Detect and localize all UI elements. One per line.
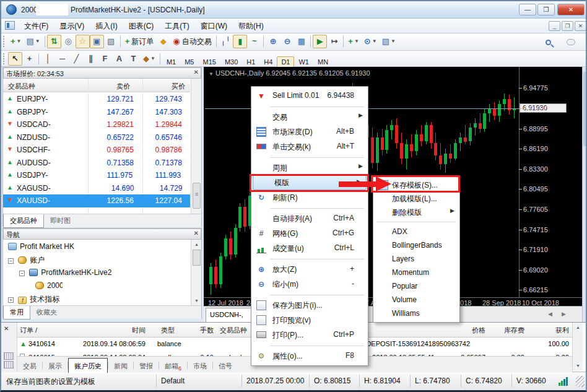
market-watch-row-gbpjpy[interactable]: ▲GBPJPY-147.267147.303 (3, 106, 190, 119)
autotrading-button[interactable]: ◉自动交易 (170, 35, 214, 48)
column-bid[interactable]: 卖价 (116, 82, 130, 91)
orders-column-7[interactable]: 获利 (555, 326, 569, 335)
navigator-scrollbar[interactable]: ▲ ▼ (191, 240, 201, 305)
indicators-button[interactable]: +▼ (346, 35, 362, 48)
strategy-tester-button[interactable]: ▧ (104, 35, 118, 48)
timeframe-w1[interactable]: W1 (294, 56, 313, 68)
cursor-button[interactable]: ↖ (8, 52, 22, 66)
terminal-tab-1[interactable]: 展示 (43, 360, 67, 373)
context-menu-item-3[interactable]: 市场深度(D)Alt+B (251, 124, 368, 139)
menu-item-6[interactable]: 帮助(H) (233, 19, 269, 34)
timeframe-d1[interactable]: D1 (277, 56, 294, 68)
data-window-button[interactable]: ◎ (61, 35, 76, 48)
market-watch-row-nzdusd[interactable]: ▲NZDUSD-0.657220.65746 (3, 131, 190, 144)
close-button[interactable]: ✕ (557, 4, 585, 15)
timeframe-h1[interactable]: H1 (242, 56, 259, 68)
tree-item-indicators[interactable]: + f技术指标 (8, 294, 59, 307)
zoom-in-button[interactable]: ⊕ (266, 35, 280, 48)
context-menu-item-18[interactable]: 打印预览(v) (251, 313, 368, 328)
menu-item-3[interactable]: 图表(C) (123, 19, 160, 34)
orders-column-0[interactable]: 订单 / (20, 326, 37, 335)
templates-button[interactable]: ▧▼ (380, 35, 398, 48)
zoom-out-button[interactable]: ⊖ (280, 35, 294, 48)
timeframe-mn[interactable]: MN (313, 56, 333, 68)
chevron-down-icon[interactable]: ▼ (17, 38, 22, 44)
timeframe-h4[interactable]: H4 (259, 56, 277, 68)
profiles-button[interactable]: ▤▼ (24, 35, 43, 48)
metaeditor-button[interactable]: ◆ (156, 35, 170, 48)
scroll-left-icon[interactable]: ◀ (548, 311, 552, 317)
template-submenu-item-9[interactable]: Volume (373, 293, 459, 307)
market-watch-tab-1[interactable]: 即时图 (44, 214, 77, 227)
orders-column-3[interactable]: 手数 (200, 326, 214, 335)
text-button[interactable]: A (112, 52, 126, 66)
scroll-down-icon[interactable]: ▼ (574, 362, 582, 370)
channel-button[interactable]: ∥ (84, 52, 98, 66)
terminal-tab-3[interactable]: 新闻 (108, 360, 133, 373)
orders-column-5[interactable]: 价格 (472, 326, 485, 335)
template-submenu-item-6[interactable]: Layers (373, 252, 459, 266)
orders-column-4[interactable]: 交易品种 (220, 326, 247, 335)
new-order-button[interactable]: +新订单 (123, 35, 157, 48)
market-watch-header[interactable]: 市场报价: 02:34:53 ✕ (3, 68, 201, 79)
market-watch-scrollbar[interactable] (191, 79, 201, 219)
new-chart-button[interactable]: +▼ (8, 35, 24, 48)
scroll-up-icon[interactable]: ▲ (574, 323, 582, 331)
market-watch-row-eurjpy[interactable]: ▲EURJPY-129.721129.743 (3, 93, 190, 106)
context-menu-item-4[interactable]: 单击交易(k)Alt+T (251, 139, 368, 154)
template-submenu-item-10[interactable]: Williams (373, 307, 459, 320)
community-button[interactable] (563, 36, 578, 50)
context-menu-item-12[interactable]: 成交量(u)Ctrl+L (251, 241, 368, 256)
chart-shift-button[interactable]: ↦ (327, 35, 341, 48)
context-menu-item-10[interactable]: 自动排列(A)Ctrl+A (251, 211, 368, 226)
context-menu-item-11[interactable]: #网格(G)Ctrl+G (251, 226, 368, 241)
collapse-icon[interactable]: − (8, 258, 14, 264)
periods-button[interactable]: ⊙▼ (362, 35, 380, 48)
horizontal-line-button[interactable]: ─ (55, 52, 69, 66)
tree-item-broker[interactable]: Profit Market HK (8, 242, 74, 255)
timeframe-m1[interactable]: M1 (162, 56, 180, 68)
template-submenu-item-4[interactable]: ADX (373, 225, 459, 238)
context-menu-item-2[interactable]: 交易▶ (251, 110, 368, 124)
market-watch-row-xagusd[interactable]: ▲XAGUSD-14.69014.729 (3, 182, 190, 195)
child-close-button[interactable]: ✕ (575, 21, 586, 31)
terminal-scrollbar[interactable]: ▲ ▼ (572, 323, 583, 371)
menu-item-0[interactable]: 文件(F) (19, 19, 54, 34)
market-watch-button[interactable]: ⇅ (47, 35, 61, 48)
child-minimize-button[interactable]: _ (549, 21, 560, 31)
bar-chart-button[interactable]: ╷╵ (219, 35, 233, 48)
tile-windows-button[interactable]: ▦ (294, 35, 308, 48)
context-menu-item-21[interactable]: ⚙属性(o)...F8 (251, 349, 368, 364)
template-submenu-item-8[interactable]: Popular (373, 279, 459, 293)
scrollbar-thumb[interactable] (193, 250, 201, 266)
candlestick-chart-button[interactable]: ▮ (233, 35, 247, 48)
terminal-tab-2[interactable]: 账户历史 (68, 358, 108, 373)
chevron-down-icon[interactable]: ▼ (391, 38, 396, 44)
context-menu-item-14[interactable]: ⊕放大(Z)+ (251, 262, 368, 277)
context-menu-item-15[interactable]: ⊖缩小(m)- (251, 277, 368, 292)
terminal-tab-7[interactable]: 信号 (213, 360, 238, 373)
crosshair-button[interactable]: + (22, 52, 37, 66)
chevron-down-icon[interactable]: ▼ (354, 38, 359, 44)
search-button[interactable] (541, 36, 555, 50)
terminal-tab-0[interactable]: 交易 (17, 360, 42, 373)
auto-scroll-button[interactable]: ▶ (313, 35, 327, 48)
timeframe-m30[interactable]: M30 (220, 56, 242, 68)
collapse-icon[interactable]: − (19, 271, 25, 276)
navigator-header[interactable]: 导航 ✕ (3, 229, 201, 240)
tree-item-accounts[interactable]: − 账户 (8, 255, 45, 268)
scrollbar-thumb[interactable] (193, 183, 201, 209)
timeframe-m5[interactable]: M5 (180, 56, 198, 68)
market-watch-row-xauusd[interactable]: ▼XAUUSD-1226.561227.04 (3, 194, 190, 207)
template-submenu-item-2[interactable]: 删除模版▶ (373, 205, 459, 219)
close-icon[interactable]: ✕ (4, 325, 9, 332)
close-icon[interactable]: ✕ (194, 69, 199, 76)
tree-item-server[interactable]: − ProfitMarketHK-Live2 (19, 268, 111, 281)
market-watch-row-usdchf[interactable]: ▼USDCHF-0.987650.98786 (3, 144, 190, 157)
arrows-button[interactable]: ◆▼ (141, 52, 158, 66)
minimize-button[interactable]: — (519, 4, 536, 15)
restore-button[interactable]: ❐ (537, 4, 555, 15)
timeframe-m15[interactable]: M15 (198, 56, 220, 68)
terminal-tab-6[interactable]: 市场 (188, 360, 212, 373)
market-watch-row-usdjpy[interactable]: ▲USDJPY-111.975111.993 (3, 169, 190, 182)
